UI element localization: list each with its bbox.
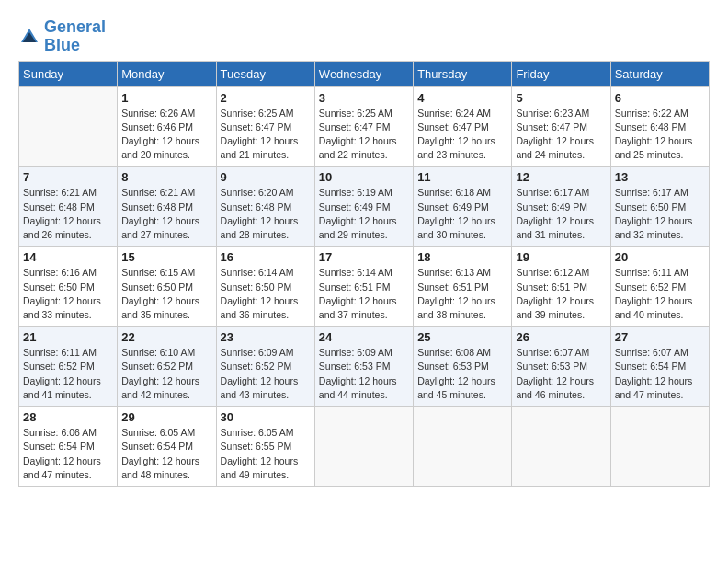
calendar-week-row: 7Sunrise: 6:21 AMSunset: 6:48 PMDaylight… <box>19 167 710 247</box>
calendar-day-cell: 24Sunrise: 6:09 AMSunset: 6:53 PMDayligh… <box>314 327 413 407</box>
calendar-week-row: 21Sunrise: 6:11 AMSunset: 6:52 PMDayligh… <box>19 327 710 407</box>
day-info: Sunrise: 6:26 AMSunset: 6:46 PMDaylight:… <box>121 107 211 163</box>
day-info: Sunrise: 6:17 AMSunset: 6:50 PMDaylight:… <box>615 186 705 242</box>
calendar-day-cell <box>19 86 118 167</box>
day-info: Sunrise: 6:22 AMSunset: 6:48 PMDaylight:… <box>615 107 705 163</box>
calendar-weekday-wednesday: Wednesday <box>314 61 413 86</box>
day-info: Sunrise: 6:09 AMSunset: 6:53 PMDaylight:… <box>319 346 409 402</box>
calendar-weekday-monday: Monday <box>118 61 216 86</box>
day-number: 14 <box>23 250 113 264</box>
day-info: Sunrise: 6:05 AMSunset: 6:55 PMDaylight:… <box>221 426 311 482</box>
day-info: Sunrise: 6:11 AMSunset: 6:52 PMDaylight:… <box>23 346 113 402</box>
calendar-weekday-saturday: Saturday <box>610 61 709 86</box>
calendar-day-cell: 17Sunrise: 6:14 AMSunset: 6:51 PMDayligh… <box>314 247 413 327</box>
calendar-week-row: 28Sunrise: 6:06 AMSunset: 6:54 PMDayligh… <box>19 407 710 487</box>
day-number: 2 <box>221 91 311 105</box>
calendar-day-cell <box>314 407 413 487</box>
day-info: Sunrise: 6:14 AMSunset: 6:51 PMDaylight:… <box>319 266 409 322</box>
calendar-day-cell: 12Sunrise: 6:17 AMSunset: 6:49 PMDayligh… <box>512 167 610 247</box>
calendar-day-cell: 15Sunrise: 6:15 AMSunset: 6:50 PMDayligh… <box>118 247 216 327</box>
day-number: 7 <box>23 170 113 184</box>
day-number: 20 <box>615 250 705 264</box>
day-number: 25 <box>417 330 507 344</box>
day-info: Sunrise: 6:13 AMSunset: 6:51 PMDaylight:… <box>417 266 507 322</box>
calendar-day-cell: 9Sunrise: 6:20 AMSunset: 6:48 PMDaylight… <box>216 167 314 247</box>
day-number: 9 <box>221 170 311 184</box>
day-info: Sunrise: 6:24 AMSunset: 6:47 PMDaylight:… <box>417 107 507 163</box>
calendar-day-cell: 25Sunrise: 6:08 AMSunset: 6:53 PMDayligh… <box>414 327 512 407</box>
calendar-weekday-tuesday: Tuesday <box>216 61 314 86</box>
calendar-day-cell: 4Sunrise: 6:24 AMSunset: 6:47 PMDaylight… <box>414 86 512 167</box>
page-header: General Blue <box>18 18 710 55</box>
calendar-table: SundayMondayTuesdayWednesdayThursdayFrid… <box>18 61 710 487</box>
day-info: Sunrise: 6:19 AMSunset: 6:49 PMDaylight:… <box>319 186 409 242</box>
day-number: 13 <box>615 170 705 184</box>
calendar-weekday-thursday: Thursday <box>414 61 512 86</box>
calendar-day-cell: 1Sunrise: 6:26 AMSunset: 6:46 PMDaylight… <box>118 86 216 167</box>
calendar-day-cell: 5Sunrise: 6:23 AMSunset: 6:47 PMDaylight… <box>512 86 610 167</box>
day-number: 30 <box>221 410 311 424</box>
calendar-day-cell <box>610 407 709 487</box>
day-number: 4 <box>417 91 507 105</box>
day-info: Sunrise: 6:21 AMSunset: 6:48 PMDaylight:… <box>121 186 211 242</box>
day-info: Sunrise: 6:12 AMSunset: 6:51 PMDaylight:… <box>516 266 606 322</box>
day-number: 21 <box>23 330 113 344</box>
day-info: Sunrise: 6:07 AMSunset: 6:54 PMDaylight:… <box>615 346 705 402</box>
calendar-weekday-sunday: Sunday <box>19 61 118 86</box>
day-info: Sunrise: 6:15 AMSunset: 6:50 PMDaylight:… <box>121 266 211 322</box>
day-number: 11 <box>417 170 507 184</box>
day-number: 18 <box>417 250 507 264</box>
calendar-day-cell: 10Sunrise: 6:19 AMSunset: 6:49 PMDayligh… <box>314 167 413 247</box>
day-number: 15 <box>121 250 211 264</box>
day-info: Sunrise: 6:05 AMSunset: 6:54 PMDaylight:… <box>121 426 211 482</box>
calendar-day-cell: 19Sunrise: 6:12 AMSunset: 6:51 PMDayligh… <box>512 247 610 327</box>
calendar-day-cell <box>414 407 512 487</box>
calendar-day-cell: 7Sunrise: 6:21 AMSunset: 6:48 PMDaylight… <box>19 167 118 247</box>
day-number: 22 <box>121 330 211 344</box>
logo-text: General Blue <box>44 18 106 55</box>
day-info: Sunrise: 6:14 AMSunset: 6:50 PMDaylight:… <box>221 266 311 322</box>
calendar-day-cell: 23Sunrise: 6:09 AMSunset: 6:52 PMDayligh… <box>216 327 314 407</box>
calendar-day-cell: 26Sunrise: 6:07 AMSunset: 6:53 PMDayligh… <box>512 327 610 407</box>
calendar-day-cell: 27Sunrise: 6:07 AMSunset: 6:54 PMDayligh… <box>610 327 709 407</box>
day-info: Sunrise: 6:20 AMSunset: 6:48 PMDaylight:… <box>221 186 311 242</box>
calendar-day-cell: 20Sunrise: 6:11 AMSunset: 6:52 PMDayligh… <box>610 247 709 327</box>
day-number: 10 <box>319 170 409 184</box>
day-number: 16 <box>221 250 311 264</box>
calendar-day-cell: 8Sunrise: 6:21 AMSunset: 6:48 PMDaylight… <box>118 167 216 247</box>
calendar-day-cell: 3Sunrise: 6:25 AMSunset: 6:47 PMDaylight… <box>314 86 413 167</box>
day-number: 23 <box>221 330 311 344</box>
calendar-day-cell: 30Sunrise: 6:05 AMSunset: 6:55 PMDayligh… <box>216 407 314 487</box>
day-info: Sunrise: 6:08 AMSunset: 6:53 PMDaylight:… <box>417 346 507 402</box>
calendar-day-cell: 18Sunrise: 6:13 AMSunset: 6:51 PMDayligh… <box>414 247 512 327</box>
day-number: 8 <box>121 170 211 184</box>
logo-icon <box>18 26 40 48</box>
day-number: 19 <box>516 250 606 264</box>
calendar-week-row: 14Sunrise: 6:16 AMSunset: 6:50 PMDayligh… <box>19 247 710 327</box>
logo: General Blue <box>18 18 106 55</box>
calendar-day-cell: 6Sunrise: 6:22 AMSunset: 6:48 PMDaylight… <box>610 86 709 167</box>
day-number: 17 <box>319 250 409 264</box>
day-info: Sunrise: 6:17 AMSunset: 6:49 PMDaylight:… <box>516 186 606 242</box>
day-number: 29 <box>121 410 211 424</box>
day-number: 27 <box>615 330 705 344</box>
calendar-day-cell: 11Sunrise: 6:18 AMSunset: 6:49 PMDayligh… <box>414 167 512 247</box>
calendar-day-cell: 21Sunrise: 6:11 AMSunset: 6:52 PMDayligh… <box>19 327 118 407</box>
day-number: 5 <box>516 91 606 105</box>
day-number: 1 <box>121 91 211 105</box>
calendar-day-cell: 28Sunrise: 6:06 AMSunset: 6:54 PMDayligh… <box>19 407 118 487</box>
day-number: 28 <box>23 410 113 424</box>
day-info: Sunrise: 6:07 AMSunset: 6:53 PMDaylight:… <box>516 346 606 402</box>
day-info: Sunrise: 6:25 AMSunset: 6:47 PMDaylight:… <box>221 107 311 163</box>
day-info: Sunrise: 6:16 AMSunset: 6:50 PMDaylight:… <box>23 266 113 322</box>
day-number: 3 <box>319 91 409 105</box>
day-info: Sunrise: 6:09 AMSunset: 6:52 PMDaylight:… <box>221 346 311 402</box>
day-number: 24 <box>319 330 409 344</box>
day-number: 12 <box>516 170 606 184</box>
calendar-day-cell: 16Sunrise: 6:14 AMSunset: 6:50 PMDayligh… <box>216 247 314 327</box>
day-number: 26 <box>516 330 606 344</box>
calendar-day-cell <box>512 407 610 487</box>
day-info: Sunrise: 6:23 AMSunset: 6:47 PMDaylight:… <box>516 107 606 163</box>
calendar-week-row: 1Sunrise: 6:26 AMSunset: 6:46 PMDaylight… <box>19 86 710 167</box>
day-info: Sunrise: 6:06 AMSunset: 6:54 PMDaylight:… <box>23 426 113 482</box>
